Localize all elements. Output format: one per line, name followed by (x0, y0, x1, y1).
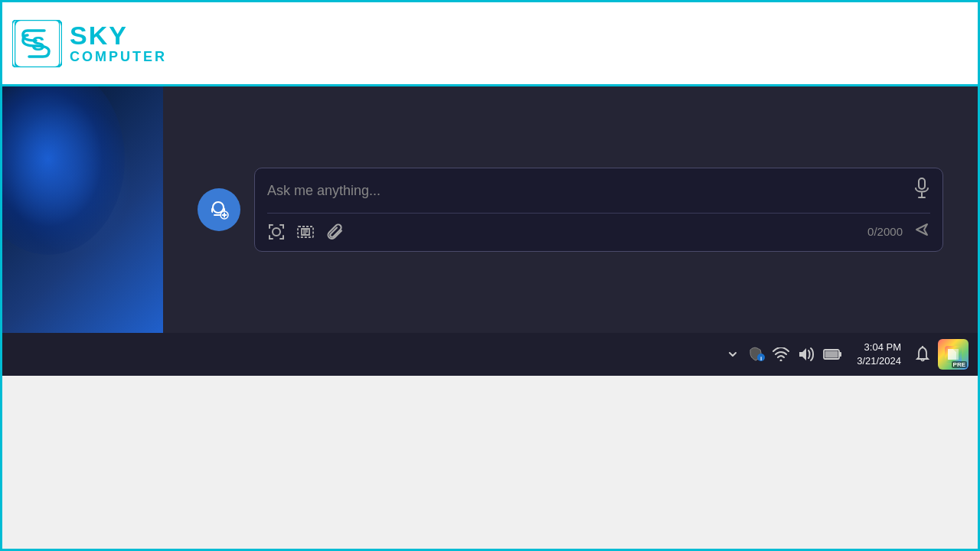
chat-input-box: Ask me anything... (254, 168, 943, 252)
chat-input-bottom: 0/2000 (267, 213, 930, 242)
chat-avatar-icon (207, 197, 231, 222)
svg-point-10 (273, 228, 280, 236)
region-screenshot-icon[interactable] (296, 223, 315, 241)
taskbar-time: 3:04 PM (857, 341, 901, 354)
taskbar-date: 3/21/2024 (857, 354, 901, 368)
logo-computer: COMPUTER (70, 50, 167, 65)
main-area: Ask me anything... (2, 86, 978, 333)
sky-computer-logo-icon-main (12, 20, 60, 67)
header: S SKY COMPUTER (2, 2, 978, 86)
microphone-icon[interactable] (913, 178, 930, 204)
chat-input-top: Ask me anything... (267, 178, 930, 204)
chat-counter-send: 0/2000 (867, 221, 930, 242)
chat-tools (267, 223, 344, 241)
logo: S SKY COMPUTER (15, 20, 167, 67)
svg-rect-20 (825, 351, 838, 358)
logo-text: SKY COMPUTER (70, 21, 167, 65)
sidebar-background (2, 86, 163, 333)
char-count: 0/2000 (867, 225, 903, 238)
attach-icon[interactable] (325, 223, 344, 241)
taskbar: i 3:04 PM 3/21/2024 (2, 333, 978, 376)
volume-icon[interactable] (797, 347, 815, 362)
svg-rect-2 (12, 20, 60, 67)
notification-bell-icon[interactable] (915, 346, 930, 363)
app-pre-label: PRE (952, 361, 967, 368)
svg-rect-19 (839, 352, 841, 357)
svg-rect-7 (919, 178, 925, 189)
svg-point-3 (213, 202, 224, 213)
network-security-icon[interactable]: i (746, 347, 765, 362)
chat-area: Ask me anything... (163, 86, 978, 333)
wifi-icon[interactable] (773, 347, 789, 361)
show-hidden-icons-button[interactable] (727, 348, 739, 360)
logo-sky: SKY (70, 21, 167, 50)
svg-text:i: i (760, 355, 762, 362)
battery-icon[interactable] (823, 347, 843, 361)
svg-point-17 (780, 360, 782, 362)
bottom-padding (2, 376, 978, 551)
screenshot-icon[interactable] (267, 223, 286, 241)
chat-placeholder[interactable]: Ask me anything... (267, 183, 913, 199)
chat-avatar[interactable] (198, 188, 240, 231)
taskbar-datetime: 3:04 PM 3/21/2024 (857, 341, 901, 368)
send-button[interactable] (913, 221, 930, 242)
taskbar-app-pre-button[interactable]: PRE (938, 339, 969, 370)
